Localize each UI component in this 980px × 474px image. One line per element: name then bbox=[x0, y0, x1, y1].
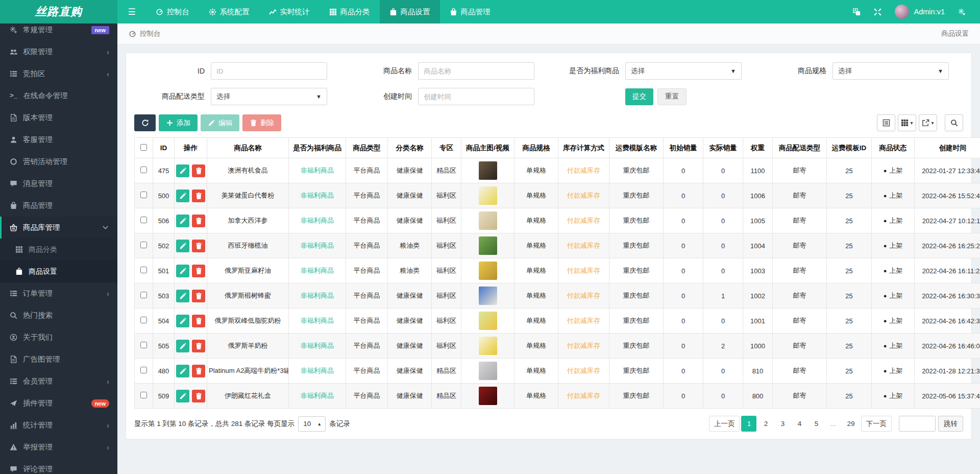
reset-button[interactable]: 重置 bbox=[657, 88, 687, 105]
column-header[interactable]: 运费模版名称 bbox=[609, 138, 664, 158]
top-menu-item[interactable]: 系统配置 bbox=[199, 0, 259, 23]
filter-input[interactable] bbox=[418, 88, 534, 105]
filter-select[interactable]: 选择▼ bbox=[211, 88, 327, 105]
user-name[interactable]: Admin:v1 bbox=[914, 8, 945, 16]
column-header[interactable]: 专区 bbox=[432, 138, 461, 158]
row-checkbox[interactable] bbox=[140, 392, 147, 398]
sidebar-item[interactable]: 消息管理 bbox=[0, 173, 117, 195]
add-button[interactable]: 添加 bbox=[159, 114, 198, 131]
table-search-button[interactable] bbox=[945, 114, 963, 131]
submit-button[interactable]: 提交 bbox=[625, 88, 653, 105]
column-header[interactable]: 运费模板ID bbox=[827, 138, 872, 158]
sidebar-item[interactable]: 版本管理 bbox=[0, 107, 117, 129]
row-edit-button[interactable] bbox=[176, 290, 189, 302]
row-edit-button[interactable] bbox=[176, 365, 189, 377]
row-edit-button[interactable] bbox=[176, 340, 189, 352]
top-menu-item[interactable]: 控制台 bbox=[146, 0, 199, 23]
page-number-button[interactable]: 29 bbox=[842, 416, 859, 432]
sidebar-item[interactable]: 客服管理 bbox=[0, 129, 117, 151]
page-number-button[interactable]: 3 bbox=[775, 416, 790, 432]
product-thumbnail[interactable] bbox=[479, 161, 497, 180]
row-delete-button[interactable] bbox=[192, 189, 205, 202]
row-checkbox[interactable] bbox=[140, 217, 147, 223]
product-thumbnail[interactable] bbox=[479, 211, 497, 230]
page-number-button[interactable]: 4 bbox=[792, 416, 807, 432]
sidebar-item[interactable]: 商品库管理 bbox=[0, 217, 117, 239]
row-checkbox[interactable] bbox=[140, 317, 147, 323]
sidebar-item[interactable]: 统计管理‹ bbox=[0, 414, 117, 436]
top-menu-item[interactable]: 实时统计 bbox=[259, 0, 320, 23]
sidebar-item[interactable]: 评论管理 bbox=[0, 458, 117, 474]
row-edit-button[interactable] bbox=[176, 164, 189, 177]
sidebar-item[interactable]: 举报管理‹ bbox=[0, 436, 117, 458]
row-checkbox[interactable] bbox=[140, 242, 147, 248]
sidebar-item[interactable]: 插件管理new bbox=[0, 392, 117, 414]
prev-page-button[interactable]: 上一页 bbox=[709, 416, 740, 432]
column-header[interactable]: 操作 bbox=[175, 138, 207, 158]
row-delete-button[interactable] bbox=[192, 240, 205, 252]
column-header[interactable]: 商品名称 bbox=[207, 138, 289, 158]
sidebar-item[interactable]: 会员管理‹ bbox=[0, 370, 117, 392]
page-number-button[interactable]: 5 bbox=[808, 416, 824, 432]
jump-button[interactable]: 跳转 bbox=[938, 416, 963, 432]
sidebar-item[interactable]: >_在线命令管理 bbox=[0, 85, 117, 107]
column-header[interactable]: ID bbox=[153, 138, 175, 158]
page-size-select[interactable]: 10 ▴ bbox=[298, 416, 326, 432]
sidebar-item[interactable]: 关于我们 bbox=[0, 326, 117, 348]
select-all-checkbox[interactable] bbox=[140, 144, 147, 151]
fullscreen-icon[interactable] bbox=[874, 8, 881, 16]
column-header[interactable]: 初始销量 bbox=[664, 138, 703, 158]
row-edit-button[interactable] bbox=[176, 265, 189, 277]
refresh-button[interactable] bbox=[134, 114, 156, 131]
delete-button[interactable]: 删除 bbox=[242, 114, 281, 131]
filter-input[interactable] bbox=[211, 62, 327, 80]
column-header[interactable]: 商品状态 bbox=[872, 138, 915, 158]
row-checkbox[interactable] bbox=[140, 267, 147, 273]
avatar[interactable] bbox=[895, 5, 909, 19]
translate-icon[interactable] bbox=[853, 8, 861, 16]
hamburger-icon[interactable]: ☰ bbox=[117, 0, 146, 23]
page-number-button[interactable]: 2 bbox=[758, 416, 773, 432]
row-edit-button[interactable] bbox=[176, 215, 189, 227]
filter-select[interactable]: 选择▼ bbox=[832, 62, 949, 80]
product-thumbnail[interactable] bbox=[479, 387, 497, 405]
breadcrumb-home[interactable]: 控制台 bbox=[129, 29, 161, 38]
column-header[interactable]: 库存计算方式 bbox=[558, 138, 609, 158]
sidebar-item[interactable]: 营销活动管理 bbox=[0, 151, 117, 173]
row-edit-button[interactable] bbox=[176, 315, 189, 327]
row-checkbox[interactable] bbox=[140, 342, 147, 348]
settings-cogs-icon[interactable] bbox=[958, 8, 966, 16]
sidebar-subitem[interactable]: 商品设置 bbox=[0, 260, 117, 282]
product-thumbnail[interactable] bbox=[479, 287, 497, 305]
top-menu-item[interactable]: 商品管理 bbox=[440, 0, 500, 23]
column-header[interactable]: 商品类型 bbox=[346, 138, 388, 158]
edit-button[interactable]: 编辑 bbox=[201, 114, 239, 131]
product-thumbnail[interactable] bbox=[479, 312, 497, 330]
page-number-button[interactable]: 1 bbox=[741, 416, 756, 432]
row-delete-button[interactable] bbox=[192, 265, 205, 277]
row-checkbox[interactable] bbox=[140, 167, 147, 173]
sidebar-item[interactable]: 权限管理‹ bbox=[0, 41, 117, 63]
sidebar-item[interactable]: 广告图管理 bbox=[0, 348, 117, 370]
row-checkbox[interactable] bbox=[140, 192, 147, 198]
top-menu-item[interactable]: 商品分类 bbox=[320, 0, 380, 23]
columns-button[interactable]: ▾ bbox=[898, 114, 916, 131]
sidebar-item[interactable]: 商品管理 bbox=[0, 195, 117, 217]
row-edit-button[interactable] bbox=[176, 390, 189, 402]
sidebar-subitem[interactable]: 商品分类 bbox=[0, 239, 117, 260]
row-delete-button[interactable] bbox=[192, 390, 205, 402]
sidebar-item[interactable]: 订单管理‹ bbox=[0, 282, 117, 304]
column-header[interactable]: 实际销量 bbox=[703, 138, 743, 158]
detail-view-button[interactable] bbox=[877, 114, 895, 131]
product-thumbnail[interactable] bbox=[479, 236, 497, 255]
sidebar-item[interactable]: 竞拍区‹ bbox=[0, 63, 117, 85]
row-edit-button[interactable] bbox=[176, 189, 189, 202]
column-header[interactable]: 商品规格 bbox=[514, 138, 558, 158]
row-checkbox[interactable] bbox=[140, 367, 147, 373]
product-thumbnail[interactable] bbox=[479, 337, 497, 355]
jump-page-input[interactable] bbox=[899, 416, 936, 432]
row-delete-button[interactable] bbox=[192, 315, 205, 327]
column-header[interactable]: 创建时间 bbox=[915, 138, 980, 158]
next-page-button[interactable]: 下一页 bbox=[861, 416, 892, 432]
sidebar-item[interactable]: 热门搜索 bbox=[0, 304, 117, 326]
